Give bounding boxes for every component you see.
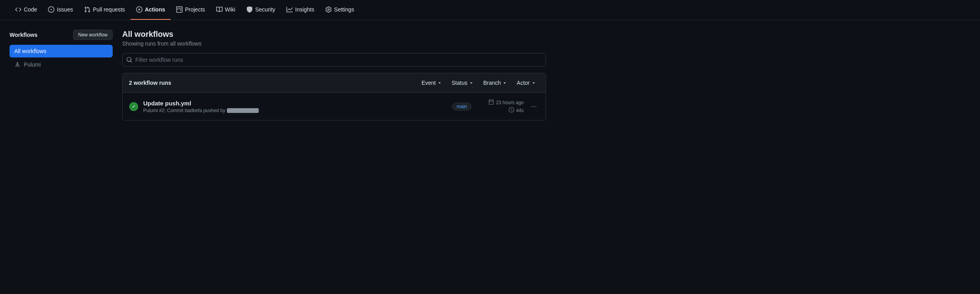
nav-label-projects: Projects (185, 6, 205, 13)
filter-container (122, 53, 546, 67)
nav-item-settings[interactable]: Settings (320, 0, 360, 20)
nav-item-insights[interactable]: Insights (281, 0, 320, 20)
nav-item-wiki[interactable]: Wiki (211, 0, 241, 20)
ellipsis-icon: ··· (531, 102, 537, 111)
workflow-name[interactable]: Update push.yml (143, 100, 441, 107)
actions-icon (136, 6, 142, 13)
projects-icon (176, 6, 183, 13)
nav-label-pull-requests: Pull requests (93, 6, 125, 13)
event-chevron-icon (437, 80, 442, 85)
clock-icon (509, 107, 514, 114)
main-container: Workflows New workflow All workflows Pul… (0, 20, 555, 120)
page-title: All workflows (122, 30, 546, 39)
workflow-icon (14, 61, 21, 68)
sidebar-item-all-workflows[interactable]: All workflows (10, 45, 113, 57)
more-options-button[interactable]: ··· (528, 101, 539, 112)
workflow-timing: 23 hours ago 44s (476, 99, 524, 114)
workflow-table: 2 workflow runs Event Status (122, 73, 546, 120)
insights-icon (286, 6, 293, 13)
filter-input[interactable] (122, 53, 546, 67)
status-icon: ✓ (129, 102, 138, 111)
table-filters: Event Status Branch (418, 78, 539, 88)
workflow-meta: Pulumi #2: Commit badbefa pushed by (143, 108, 441, 113)
workflow-meta-text: Pulumi #2: Commit badbefa pushed by (143, 108, 225, 113)
nav-item-pull-requests[interactable]: Pull requests (79, 0, 131, 20)
branch-badge[interactable]: main (452, 103, 471, 111)
search-icon (126, 57, 133, 63)
nav-label-insights: Insights (295, 6, 314, 13)
checkmark-icon: ✓ (132, 104, 136, 109)
top-nav: Code Issues Pull requests Actions (0, 0, 980, 20)
nav-label-settings: Settings (334, 6, 354, 13)
sidebar-item-pulumi[interactable]: Pulumi (10, 58, 113, 71)
time-ago-label: 23 hours ago (496, 100, 524, 105)
wiki-icon (216, 6, 223, 13)
timing-duration-row: 44s (509, 107, 524, 114)
sidebar-header: Workflows New workflow (10, 30, 113, 40)
event-filter-label: Event (421, 80, 436, 86)
nav-label-code: Code (24, 6, 37, 13)
calendar-icon (488, 99, 494, 106)
status-filter-label: Status (452, 80, 467, 86)
code-icon (15, 6, 21, 13)
workflow-info: Update push.yml Pulumi #2: Commit badbef… (143, 100, 441, 113)
event-filter-button[interactable]: Event (418, 78, 445, 88)
duration-label: 44s (516, 108, 524, 113)
nav-label-security: Security (255, 6, 275, 13)
settings-icon (325, 6, 332, 13)
nav-item-actions[interactable]: Actions (131, 0, 171, 20)
actor-filter-button[interactable]: Actor (513, 78, 539, 88)
branch-chevron-icon (502, 80, 507, 85)
nav-label-issues: Issues (57, 6, 73, 13)
branch-filter-label: Branch (483, 80, 501, 86)
nav-item-security[interactable]: Security (241, 0, 281, 20)
page-subtitle: Showing runs from all workflows (122, 40, 546, 47)
actor-chevron-icon (531, 80, 536, 85)
nav-item-issues[interactable]: Issues (42, 0, 78, 20)
pulumi-label: Pulumi (24, 61, 41, 68)
nav-label-wiki: Wiki (225, 6, 235, 13)
content-area: All workflows Showing runs from all work… (122, 30, 546, 120)
table-row: ✓ Update push.yml Pulumi #2: Commit badb… (123, 93, 546, 120)
status-chevron-icon (469, 80, 474, 85)
security-icon (246, 6, 253, 13)
timing-ago-row: 23 hours ago (488, 99, 524, 106)
status-filter-button[interactable]: Status (448, 78, 477, 88)
branch-filter-button[interactable]: Branch (480, 78, 510, 88)
nav-item-projects[interactable]: Projects (171, 0, 211, 20)
redacted-username (227, 108, 259, 113)
new-workflow-button[interactable]: New workflow (73, 30, 113, 40)
nav-item-code[interactable]: Code (10, 0, 42, 20)
success-circle: ✓ (129, 102, 138, 111)
workflow-run-count: 2 workflow runs (129, 80, 171, 86)
sidebar-title: Workflows (10, 32, 38, 38)
nav-label-actions: Actions (145, 6, 165, 13)
actor-filter-label: Actor (517, 80, 530, 86)
pr-icon (84, 6, 90, 13)
all-workflows-label: All workflows (14, 48, 46, 54)
sidebar: Workflows New workflow All workflows Pul… (10, 30, 113, 120)
issues-icon (48, 6, 54, 13)
workflow-table-header: 2 workflow runs Event Status (123, 73, 546, 93)
